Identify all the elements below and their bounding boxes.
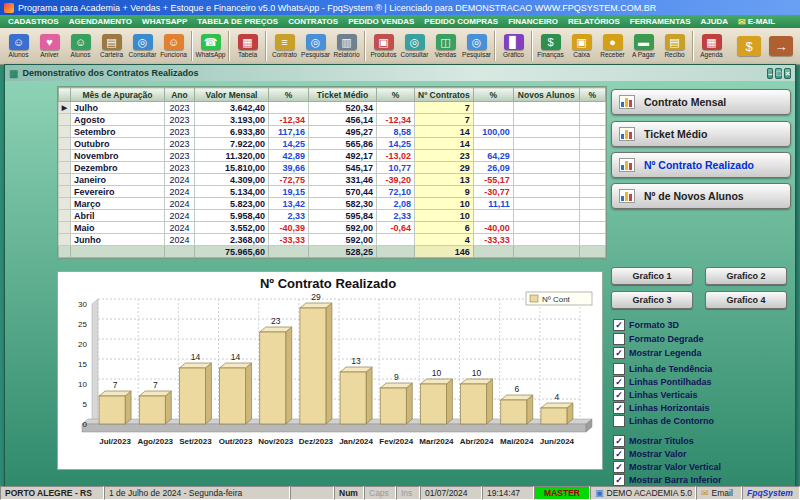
menu-item-relatorios[interactable]: RELATÓRIOS [563,17,625,26]
toolbar-button-whatsapp[interactable]: ☎WhatsApp [195,34,226,58]
checkbox-label: Formato Degrade [629,334,704,344]
grafico-button-3[interactable]: Grafico 3 [611,291,693,309]
table-row[interactable]: Dezembro202315.810,0039,66545,1710,77292… [59,162,606,174]
toolbar-button-pesquisar-2[interactable]: ◎Pesquisar [461,34,492,58]
menu-item-ferramentas[interactable]: FERRAMENTAS [625,17,696,26]
toolbar-separator [228,31,230,61]
table-row[interactable]: Maio20243.552,00-40,39592,00-0,646-40,00 [59,222,606,234]
toolbar-button-funciona[interactable]: ☺Funciona [158,34,189,58]
toolbar-button-sair[interactable]: → [769,36,793,56]
chart-button-n-de-novos-alunos[interactable]: Nº de Novos Alunos [611,183,791,209]
checkbox-formato-3d[interactable]: ✓Formato 3D [613,319,679,331]
toolbar-button-pesquisar[interactable]: ◎Pesquisar [300,34,331,58]
window-controls: –□× [765,68,791,79]
checkbox-linhas-verticais[interactable]: ✓Linhas Verticais [613,389,698,401]
menu-item-pedido-compras[interactable]: PEDIDO COMPRAS [419,17,503,26]
toolbar-separator [265,31,267,61]
menu-item-label: FINANCEIRO [508,17,558,26]
chart-button-contrato-mensal[interactable]: Contrato Mensal [611,89,791,115]
menu-item-ajuda[interactable]: AJUDA [696,17,734,26]
toolbar-button-carteira[interactable]: ▤Carteira [96,34,127,58]
checkbox-box: ✓ [613,402,625,414]
table-row[interactable]: Fevereiro20245.134,0019,15570,4472,109-3… [59,186,606,198]
toolbar-button-moedas[interactable]: $ [737,36,761,56]
checkbox-linhas-horizontais[interactable]: ✓Linhas Horizontais [613,402,710,414]
toolbar-button-tabela[interactable]: ▦Tabela [232,34,263,58]
finance-icon: $ [541,34,561,50]
toolbar-button-receber[interactable]: ●Receber [597,34,628,58]
checkbox-linhas-pontilhadas[interactable]: ✓Linhas Pontilhadas [613,376,712,388]
toolbar-button-consultar[interactable]: ◎Consultar [127,34,158,58]
checkbox-linha-de-tendencia[interactable]: Linha de Tendência [613,363,712,375]
table-row[interactable]: Novembro202311.320,0042,89492,17-13,0223… [59,150,606,162]
checkbox-mostrar-valor-vertical[interactable]: ✓Mostrar Valor Vertical [613,461,721,473]
svg-text:Mar/2024: Mar/2024 [419,437,454,446]
chart-button-ticket-medio[interactable]: Ticket Médio [611,121,791,147]
menu-item-cadastros[interactable]: CADASTROS [3,17,64,26]
mdi-window-body: Mês de ApuraçãoAnoValor Mensal%Ticket Mé… [5,81,795,486]
status-email: ✉Email [696,486,742,500]
status-date-short: 01/07/2024 [420,486,482,500]
table-row[interactable]: Junho20242.368,00-33,33592,004-33,33 [59,234,606,246]
toolbar-button-contrato[interactable]: ≡Contrato [269,34,300,58]
grafico-button-2[interactable]: Grafico 2 [705,267,787,285]
close-button[interactable]: × [784,68,791,79]
toolbar-button-alunos-2[interactable]: ☺Alunos [65,34,96,58]
toolbar-button-relatorio[interactable]: ▥Relatório [331,34,362,58]
toolbar-button-alunos[interactable]: ☺Alunos [3,34,34,58]
toolbar-button-vendas[interactable]: ◫Vendas [430,34,461,58]
checkbox-mostrar-legenda[interactable]: ✓Mostrar Legenda [613,347,702,359]
toolbar-button-agenda[interactable]: ▦Agenda [696,34,727,58]
toolbar-button-grafico[interactable]: ▊Gráfico [498,34,529,58]
toolbar-button-aniver[interactable]: ♥Aniver [34,34,65,58]
table-row[interactable]: Março20245.823,0013,42582,302,081011,11 [59,198,606,210]
toolbar-button-produtos[interactable]: ▣Produtos [368,34,399,58]
checkbox-formato-degrade[interactable]: Formato Degrade [613,333,704,345]
menu-item-pedido-vendas[interactable]: PEDIDO VENDAS [343,17,419,26]
menu-item-label: AJUDA [701,17,729,26]
table-row[interactable]: Abril20245.958,402,33595,842,3310 [59,210,606,222]
menu-item-e-mail[interactable]: ✉E-MAIL [733,17,780,27]
coin-icon: ● [603,34,623,50]
grid-header: % [377,88,415,102]
checkbox-mostrar-barra-inferior[interactable]: ✓Mostrar Barra Inferior [613,474,722,486]
checkbox-mostrar-titulos[interactable]: ✓Mostrar Titulos [613,435,694,447]
menu-item-financeiro[interactable]: FINANCEIRO [503,17,563,26]
window-title: Programa para Academia + Vendas + Estoqu… [18,3,656,13]
employee-icon: ☺ [164,34,184,50]
toolbar-button-recibo[interactable]: ▤Recibo [659,34,690,58]
toolbar-button-caixa[interactable]: ▣Caixa [566,34,597,58]
svg-text:29: 29 [311,292,321,302]
table-row[interactable]: Janeiro20244.309,00-72,75331,46-39,2013-… [59,174,606,186]
table-row[interactable]: Agosto20233.193,00-12,34456,14-12,347 [59,114,606,126]
checkbox-mostrar-valor[interactable]: ✓Mostrar Valor [613,448,687,460]
svg-text:Mai/2024: Mai/2024 [500,437,534,446]
menu-item-tabela-de-precos[interactable]: TABELA DE PREÇOS [192,17,283,26]
mdi-window-titlebar[interactable]: ▦ Demonstrativo dos Contratos Realizados… [5,65,795,81]
menu-item-whatsapp[interactable]: WHATSAPP [137,17,192,26]
cash-register-icon: ▣ [572,34,592,50]
toolbar-button-financas[interactable]: $Finanças [535,34,566,58]
chart-button-n-contrato-realizado[interactable]: Nº Contrato Realizado [611,152,791,178]
status-bar: PORTO ALEGRE - RS1 de Julho de 2024 - Se… [0,486,800,500]
grafico-button-1[interactable]: Grafico 1 [611,267,693,285]
minimize-button[interactable]: – [767,68,773,79]
table-row[interactable]: Setembro20236.933,80117,16495,278,581410… [59,126,606,138]
checkbox-label: Mostrar Valor [629,449,687,459]
chart-button-label: Contrato Mensal [644,96,726,108]
menu-item-agendamento[interactable]: AGENDAMENTO [64,17,137,26]
grafico-button-4[interactable]: Grafico 4 [705,291,787,309]
svg-text:10: 10 [472,368,482,378]
toolbar-button-a-pagar[interactable]: ▬A Pagar [628,34,659,58]
checkbox-linhas-de-contorno[interactable]: Linhas de Contorno [613,415,714,427]
grid-header: Nº Contratos [415,88,474,102]
maximize-button[interactable]: □ [775,68,782,79]
contracts-table[interactable]: Mês de ApuraçãoAnoValor Mensal%Ticket Mé… [58,87,606,258]
svg-text:13: 13 [351,356,361,366]
menu-item-contratos[interactable]: CONTRATOS [283,17,343,26]
table-row[interactable]: Outubro20237.922,0014,25565,8614,2514 [59,138,606,150]
svg-text:7: 7 [113,380,118,390]
toolbar-button-consultar-2[interactable]: ◎Consultar [399,34,430,58]
svg-text:Nov/2023: Nov/2023 [258,437,294,446]
table-row[interactable]: ▶Julho20233.642,40520,347 [59,102,606,114]
